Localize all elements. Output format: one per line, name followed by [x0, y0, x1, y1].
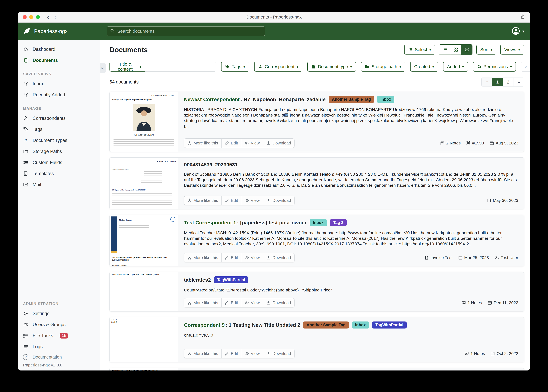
- tag-badge[interactable]: Tag 2: [330, 219, 347, 226]
- sidebar-item-dashboard[interactable]: Dashboard: [18, 44, 100, 55]
- download-button[interactable]: Download: [263, 139, 294, 147]
- document-title[interactable]: : H7_Napoleon_Bonaparte_zadanie: [240, 97, 326, 102]
- edit-button[interactable]: Edit: [222, 196, 241, 205]
- more-like-this-button[interactable]: More like this: [184, 196, 222, 205]
- document-card[interactable]: Medical Teacher Has the new Kirkpatrick …: [109, 215, 524, 266]
- eye-icon: [245, 198, 249, 203]
- notes-indicator[interactable]: 2 Notes: [440, 141, 461, 146]
- document-thumbnail[interactable]: one,1.0five,5.0: [110, 317, 178, 362]
- notes-indicator[interactable]: 1 Notes: [465, 351, 485, 356]
- reset-filters-button[interactable]: × Reset filters: [521, 62, 530, 71]
- sidebar-item-file-tasks[interactable]: File Tasks 16: [18, 330, 100, 341]
- sidebar-item-tags[interactable]: Tags: [18, 124, 100, 135]
- sidebar-item-documents[interactable]: Documents: [18, 55, 100, 66]
- more-like-this-button[interactable]: More like this: [184, 298, 222, 307]
- correspondent-link[interactable]: Test Correspondent 1: [184, 220, 236, 226]
- documents-icon: [23, 58, 29, 63]
- sidebar-item-custom-fields[interactable]: Custom Fields: [18, 157, 100, 168]
- sort-button[interactable]: Sort▾: [476, 45, 496, 55]
- document-title[interactable]: 0004814539_20230531: [184, 162, 238, 168]
- search-input[interactable]: [117, 28, 262, 34]
- sidebar-item-document-types[interactable]: # Document Types: [18, 135, 100, 146]
- document-card[interactable]: HISTORIA - PRACA DLA CHĘTNYCH Francja po…: [109, 91, 524, 152]
- correspondent-link[interactable]: Correspondent 9: [184, 322, 225, 328]
- download-button[interactable]: Download: [263, 253, 294, 262]
- select-button[interactable]: Select▾: [404, 45, 435, 55]
- pagination-page-1[interactable]: 1: [492, 78, 503, 86]
- sidebar-item-inbox[interactable]: Inbox: [18, 78, 100, 89]
- tag-badge[interactable]: Inbox: [310, 219, 327, 226]
- correspondent-filter-button[interactable]: Correspondent▾: [254, 62, 303, 71]
- share-icon[interactable]: [520, 14, 525, 20]
- view-button[interactable]: View: [241, 253, 263, 262]
- permissions-filter-button[interactable]: Permissions▾: [473, 62, 516, 71]
- sidebar-item-settings[interactable]: Settings: [18, 308, 100, 319]
- edit-button[interactable]: Edit: [222, 298, 241, 307]
- download-button[interactable]: Download: [263, 298, 294, 307]
- view-mode-table-button[interactable]: [439, 45, 450, 55]
- document-thumbnail[interactable]: Medical Teacher Has the new Kirkpatrick …: [110, 215, 178, 266]
- edit-button[interactable]: Edit: [222, 253, 241, 262]
- filter-text-input[interactable]: [145, 62, 216, 71]
- pagination-page-2[interactable]: 2: [503, 78, 513, 86]
- document-card[interactable]: Serial Number,Company Name,Employee Mark…: [109, 368, 524, 371]
- document-title[interactable]: : [paperless] test post-owner: [237, 220, 307, 226]
- more-like-this-button[interactable]: More like this: [184, 253, 222, 262]
- download-button[interactable]: Download: [263, 349, 294, 358]
- sidebar-item-correspondents[interactable]: Correspondents: [18, 113, 100, 124]
- user-menu[interactable]: ▾: [512, 27, 524, 36]
- tag-badge[interactable]: Inbox: [352, 322, 369, 329]
- search-field-selector[interactable]: Title & content▾: [109, 62, 145, 71]
- document-title[interactable]: : 1 Testing New Title Updated 2: [225, 322, 300, 328]
- document-thumbnail[interactable]: Country,Region/State,"Zip/Postal Code","…: [110, 272, 178, 311]
- notes-indicator[interactable]: 1 Notes: [461, 301, 482, 305]
- sidebar-item-templates[interactable]: Templates: [18, 168, 100, 179]
- added-filter-button[interactable]: Added▾: [443, 62, 468, 71]
- view-mode-grid-button[interactable]: [450, 45, 461, 55]
- document-card[interactable]: one,1.0five,5.0 Correspondent 9: 1 Testi…: [109, 317, 524, 362]
- sidebar-item-mail[interactable]: Mail: [18, 179, 100, 190]
- sidebar-item-label: Mail: [33, 182, 41, 187]
- views-button[interactable]: Views▾: [500, 45, 524, 55]
- document-type-indicator[interactable]: Invoice Test: [425, 255, 452, 260]
- correspondent-link[interactable]: Newest Correspondent: [184, 97, 240, 102]
- tag-badge[interactable]: Inbox: [377, 96, 394, 103]
- document-thumbnail[interactable]: Serial Number,Company Name,Employee Mark…: [110, 368, 178, 371]
- download-icon: [266, 301, 271, 305]
- sidebar-item-documentation[interactable]: ? Documentation: [18, 352, 100, 362]
- document-card[interactable]: Country,Region/State,"Zip/Postal Code","…: [109, 272, 524, 311]
- edit-button[interactable]: Edit: [222, 139, 241, 147]
- view-button[interactable]: View: [241, 298, 263, 307]
- tag-badge[interactable]: Another Sample Tag: [329, 96, 374, 103]
- tag-badge[interactable]: TagWithPartial: [372, 322, 407, 329]
- document-card[interactable]: ❖ BANK OF SCOTLAND Bank of Scotland - 10…: [109, 157, 524, 209]
- tag-badge[interactable]: TagWithPartial: [214, 276, 248, 283]
- more-like-this-button[interactable]: More like this: [184, 139, 222, 147]
- document-type-filter-button[interactable]: Document type▾: [307, 62, 356, 71]
- global-search[interactable]: [107, 26, 265, 36]
- sidebar-item-storage-paths[interactable]: Storage Paths: [18, 146, 100, 157]
- sidebar-item-logs[interactable]: Logs: [18, 341, 100, 352]
- more-like-this-button[interactable]: More like this: [184, 349, 222, 358]
- view-button[interactable]: View: [241, 139, 263, 147]
- view-mode-detail-button[interactable]: [461, 45, 472, 55]
- brand[interactable]: Paperless-ngx: [24, 28, 107, 35]
- view-button[interactable]: View: [241, 349, 263, 358]
- view-button[interactable]: View: [241, 196, 263, 205]
- download-button[interactable]: Download: [263, 196, 294, 205]
- sidebar-collapse-button[interactable]: «: [100, 63, 106, 73]
- action-label: More like this: [193, 351, 218, 356]
- document-title[interactable]: tablerates2: [184, 277, 211, 283]
- storage-path-filter-button[interactable]: Storage path▾: [361, 62, 405, 71]
- edit-button[interactable]: Edit: [222, 349, 241, 358]
- sidebar-item-recently-added[interactable]: Recently Added: [18, 89, 100, 100]
- pagination-next[interactable]: »: [513, 78, 524, 86]
- pagination-prev[interactable]: «: [482, 78, 492, 86]
- document-thumbnail[interactable]: HISTORIA - PRACA DLA CHĘTNYCH Francja po…: [110, 92, 178, 152]
- document-thumbnail[interactable]: ❖ BANK OF SCOTLAND Bank of Scotland - 10…: [110, 158, 178, 209]
- tags-filter-button[interactable]: Tags▾: [221, 62, 249, 71]
- sidebar-item-users-groups[interactable]: Users & Groups: [18, 319, 100, 330]
- tag-badge[interactable]: Another Sample Tag: [303, 322, 349, 329]
- created-filter-button[interactable]: Created▾: [410, 62, 438, 71]
- search-field-combo: Title & content▾: [109, 62, 216, 71]
